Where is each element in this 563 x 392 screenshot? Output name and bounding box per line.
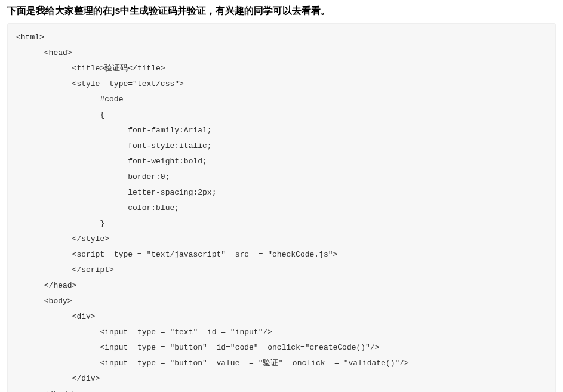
code-line: <body> <box>16 294 547 309</box>
code-line: <head> <box>16 45 547 61</box>
code-line: <div> <box>16 309 547 325</box>
page-heading: 下面是我给大家整理的在js中生成验证码并验证，有兴趣的同学可以去看看。 <box>7 5 556 17</box>
code-line: <input type = "button" value = "验证" oncl… <box>16 356 547 371</box>
code-line: <style type="text/css"> <box>16 76 547 92</box>
code-line: #code <box>16 92 547 107</box>
code-line: <input type = "button" id="code" onclick… <box>16 340 547 356</box>
code-line: letter-spacing:2px; <box>16 185 547 200</box>
code-line: font-style:italic; <box>16 138 547 154</box>
code-block: <html> <head> <title>验证码</title> <style … <box>7 23 556 392</box>
code-line: <title>验证码</title> <box>16 61 547 76</box>
code-line: } <box>16 216 547 232</box>
code-line: <html> <box>16 30 547 45</box>
code-line: border:0; <box>16 169 547 185</box>
code-line: </div> <box>16 371 547 387</box>
code-line: </body> <box>16 387 547 392</box>
code-line: font-family:Arial; <box>16 123 547 138</box>
code-line: </script> <box>16 263 547 278</box>
code-line: <script type = "text/javascript" src = "… <box>16 247 547 263</box>
code-line: <input type = "text" id = "input"/> <box>16 325 547 340</box>
code-line: font-weight:bold; <box>16 154 547 169</box>
code-line: { <box>16 107 547 123</box>
code-line: </style> <box>16 232 547 247</box>
code-line: color:blue; <box>16 200 547 216</box>
code-line: </head> <box>16 278 547 294</box>
